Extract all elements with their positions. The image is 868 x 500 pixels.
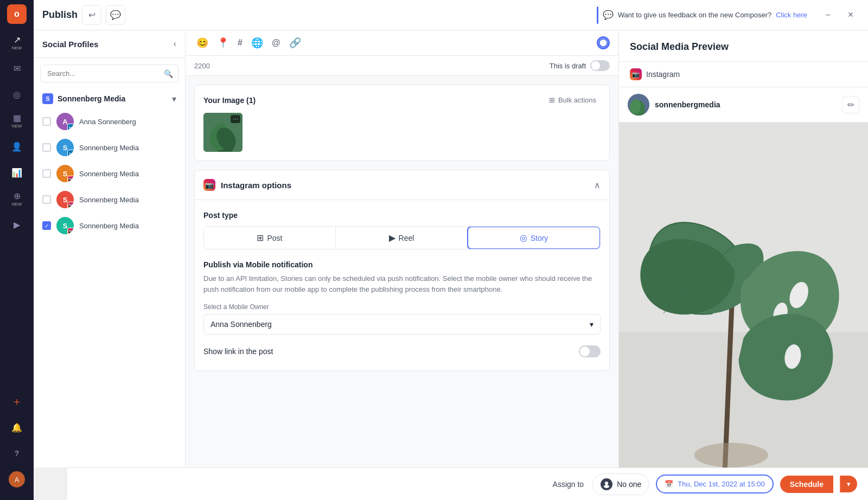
char-count: 2200 (194, 62, 210, 70)
comment-button[interactable]: 💬 (106, 5, 125, 25)
reel-label: Reel (399, 234, 414, 242)
nav-item-notifications[interactable]: 🔔 (5, 415, 29, 439)
nav-item-apps[interactable]: ⊕ NEW (5, 187, 29, 210)
svg-point-23 (605, 482, 608, 485)
nav-item-video[interactable]: ▶ (5, 213, 29, 236)
nav-bottom-section: ＋ 🔔 ? A (5, 389, 29, 496)
emoji-icon[interactable]: 😊 (194, 35, 210, 51)
list-item[interactable]: S in Sonnenberg Media (34, 134, 185, 161)
story-icon: ◎ (520, 233, 527, 243)
nav-item-profile[interactable]: A (5, 467, 29, 491)
feedback-text: Want to give us feedback on the new Comp… (618, 11, 772, 19)
feedback-bar-accent (597, 7, 598, 24)
post-type-post-button[interactable]: ⊞ Post (204, 227, 336, 249)
content-row: Social Profiles ‹ 🔍 S Sonnenberg Media ▾… (34, 30, 868, 500)
org-header[interactable]: S Sonnenberg Media ▾ (34, 89, 185, 108)
preview-username: sonnenbergmedia (655, 100, 720, 109)
calendar-icon: 📅 (665, 480, 673, 488)
undo-button[interactable]: ↩ (82, 5, 101, 25)
instagram-options-title: Instagram options (221, 181, 291, 190)
profiles-title: Social Profiles (42, 40, 98, 49)
org-name: Sonnenberg Media (58, 94, 125, 103)
nav-item-add[interactable]: ＋ (5, 389, 29, 413)
svg-point-24 (604, 485, 609, 488)
list-item[interactable]: S 📷 Sonnenberg Media (34, 161, 185, 187)
list-item[interactable]: ✓ S 📷 Sonnenberg Media (34, 213, 185, 239)
schedule-date-button[interactable]: 📅 Thu, Dec 1st, 2022 at 15:00 (656, 475, 773, 493)
avatar: S 📷 (56, 191, 74, 208)
nav-item-help[interactable]: ? (5, 441, 29, 465)
profile-checkbox-2[interactable] (42, 143, 51, 152)
svg-point-22 (694, 443, 768, 467)
chevron-down-icon: ▾ (172, 94, 176, 104)
feedback-icon: 💬 (603, 10, 614, 20)
feedback-link[interactable]: Click here (776, 11, 807, 19)
mention-icon[interactable]: @ (270, 36, 283, 50)
schedule-button[interactable]: Schedule (780, 476, 833, 493)
ig-options-header-left: 📷 Instagram options (203, 179, 291, 191)
list-item[interactable]: A in Anna Sonnenberg (34, 108, 185, 134)
nav-item-monitor[interactable]: ◎ (5, 82, 29, 106)
dropdown-chevron-icon: ▾ (590, 320, 593, 329)
nav-item-calendar[interactable]: ▦ NEW (5, 108, 29, 132)
instagram-options-header[interactable]: 📷 Instagram options ∧ (195, 170, 609, 200)
image-thumb-overlay: ⋯ (231, 115, 240, 123)
profile-checkbox-3[interactable] (42, 169, 51, 178)
platform-badge-instagram: 📷 (67, 176, 74, 182)
profile-checkbox-5[interactable]: ✓ (42, 221, 51, 230)
platform-badge-linkedin: in (67, 124, 74, 130)
story-label: Story (531, 234, 548, 242)
link-icon[interactable]: 🔗 (287, 35, 303, 51)
collapse-profiles-button[interactable]: ‹ (174, 39, 176, 49)
profile-checkbox-4[interactable] (42, 195, 51, 204)
draft-toggle[interactable] (590, 60, 610, 71)
minimize-button[interactable]: − (818, 5, 838, 25)
profile-checkbox-1[interactable] (42, 117, 51, 126)
platform-badge-instagram: 📷 (67, 228, 74, 234)
draft-label: This is draft (550, 62, 586, 70)
nav-item-new[interactable]: ↗ NEW (5, 30, 29, 54)
profile-name: Sonnenberg Media (79, 196, 139, 204)
no-one-button[interactable]: No one (592, 473, 649, 495)
left-navigation: o ↗ NEW ✉ ◎ ▦ NEW 👤 📊 ⊕ NEW ▶ ＋ 🔔 ? A (0, 0, 34, 500)
mobile-owner-select[interactable]: Anna Sonnenberg ▾ (203, 314, 601, 335)
profiles-search-container: 🔍 (40, 65, 178, 82)
schedule-dropdown-button[interactable]: ▾ (840, 476, 857, 492)
image-section-header: Your Image (1) ⊞ Bulk actions (203, 94, 601, 106)
mobile-owner-label: Select a Mobile Owner (203, 303, 601, 311)
show-link-section: Show link in the post (203, 345, 601, 360)
nav-item-analytics[interactable]: 📊 (5, 161, 29, 184)
avatar: S 📷 (56, 165, 74, 182)
org-header-left: S Sonnenberg Media (42, 93, 125, 104)
image-thumbnail[interactable]: ⋯ (203, 113, 242, 152)
show-link-label: Show link in the post (203, 347, 273, 356)
globe-icon[interactable]: 🌐 (249, 35, 265, 51)
post-type-section: Post type ⊞ Post ▶ Reel (203, 211, 601, 249)
search-icon: 🔍 (164, 69, 173, 78)
collapse-icon: ∧ (594, 180, 601, 190)
edit-icon: ✏ (847, 100, 854, 110)
nav-item-inbox[interactable]: ✉ (5, 56, 29, 80)
bulk-actions-button[interactable]: ⊞ Bulk actions (545, 94, 601, 106)
app-logo[interactable]: o (7, 4, 27, 24)
preview-profile: sonnenbergmedia (628, 94, 720, 116)
profile-name: Anna Sonnenberg (79, 118, 136, 126)
draft-toggle-area: This is draft (550, 60, 610, 71)
hashtag-icon[interactable]: # (235, 36, 245, 50)
preview-edit-button[interactable]: ✏ (842, 96, 859, 113)
post-type-reel-button[interactable]: ▶ Reel (336, 227, 468, 249)
show-link-toggle[interactable] (579, 345, 601, 357)
main-wrapper: Publish ↩ 💬 💬 Want to give us feedback o… (34, 0, 868, 500)
profiles-header: Social Profiles ‹ (34, 30, 185, 58)
composer-area: 😊 📍 # 🌐 @ 🔗 2200 This is draft (186, 30, 618, 467)
profile-name: Sonnenberg Media (79, 144, 139, 152)
location-icon[interactable]: 📍 (215, 35, 231, 51)
preview-platform-label: 📷 Instagram (619, 62, 868, 87)
post-type-label: Post type (203, 211, 601, 220)
nav-item-people[interactable]: 👤 (5, 134, 29, 158)
no-one-label: No one (617, 480, 641, 489)
list-item[interactable]: S 📷 Sonnenberg Media (34, 187, 185, 213)
search-input[interactable] (40, 65, 178, 82)
close-button[interactable]: × (842, 7, 859, 24)
post-type-story-button[interactable]: ◎ Story (467, 226, 601, 249)
